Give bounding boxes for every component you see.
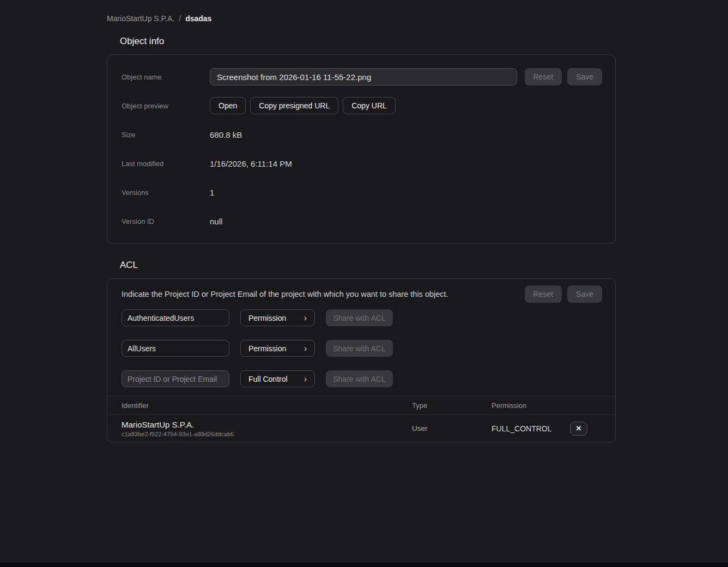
object-preview-row: Object preview Open Copy presigned URL C… bbox=[122, 97, 602, 114]
versions-value: 1 bbox=[210, 188, 214, 197]
permission-dropdown-all-users[interactable]: Permission › bbox=[240, 340, 315, 357]
object-info-heading: Object info bbox=[107, 36, 616, 47]
object-name-label: Object name bbox=[122, 73, 210, 81]
all-users-box: AllUsers bbox=[122, 340, 229, 357]
object-name-row: Object name Reset Save bbox=[122, 68, 602, 86]
chevron-right-icon: › bbox=[304, 344, 307, 353]
object-info-panel: Object name Reset Save Object preview Op… bbox=[107, 54, 616, 243]
column-header-type: Type bbox=[412, 401, 492, 410]
acl-save-button[interactable]: Save bbox=[567, 285, 602, 303]
acl-panel: Indicate the Project ID or Project Email… bbox=[107, 278, 616, 442]
grantee-permission: FULL_CONTROL bbox=[492, 424, 551, 433]
column-header-identifier: Identifier bbox=[122, 401, 412, 410]
remove-grantee-button[interactable]: ✕ bbox=[570, 422, 587, 436]
versions-row: Versions 1 bbox=[122, 184, 602, 201]
full-control-dropdown[interactable]: Full Control › bbox=[240, 370, 315, 387]
acl-heading: ACL bbox=[107, 260, 616, 271]
grantee-id: c1a83be2-f922-4764-93e1-a89d26ddcab6 bbox=[122, 431, 412, 437]
version-id-label: Version ID bbox=[122, 217, 210, 225]
permission-cell: FULL_CONTROL ✕ bbox=[492, 422, 615, 436]
object-info-save-button[interactable]: Save bbox=[567, 68, 602, 86]
acl-description: Indicate the Project ID or Project Email… bbox=[122, 290, 448, 298]
permission-dropdown-label: Permission bbox=[248, 314, 286, 322]
breadcrumb-root[interactable]: MarioStartUp S.P.A. bbox=[107, 14, 174, 23]
breadcrumb-current: dsadas bbox=[185, 14, 211, 23]
breadcrumb: MarioStartUp S.P.A. / dsadas bbox=[107, 0, 616, 23]
last-modified-label: Last modified bbox=[122, 160, 210, 168]
project-id-input[interactable] bbox=[122, 370, 229, 387]
grantee-type: User bbox=[412, 424, 492, 432]
chevron-right-icon: › bbox=[304, 314, 307, 322]
permission-dropdown-authenticated-users[interactable]: Permission › bbox=[240, 309, 315, 326]
size-value: 680.8 kB bbox=[210, 130, 242, 139]
acl-description-row: Indicate the Project ID or Project Email… bbox=[107, 279, 615, 296]
version-id-row: Version ID null bbox=[122, 212, 602, 230]
grantee-name: MarioStartUp S.P.A. bbox=[122, 420, 412, 429]
size-label: Size bbox=[122, 131, 210, 139]
acl-table-header: Identifier Type Permission bbox=[107, 396, 615, 415]
copy-url-button[interactable]: Copy URL bbox=[343, 97, 396, 114]
size-row: Size 680.8 kB bbox=[122, 126, 602, 143]
share-with-acl-button-all-users[interactable]: Share with ACL bbox=[326, 340, 393, 357]
acl-table-row: MarioStartUp S.P.A. c1a83be2-f922-4764-9… bbox=[107, 415, 615, 442]
open-button[interactable]: Open bbox=[210, 97, 246, 114]
acl-reset-button[interactable]: Reset bbox=[525, 285, 562, 303]
versions-label: Versions bbox=[122, 188, 210, 197]
object-preview-label: Object preview bbox=[122, 102, 210, 110]
object-name-input[interactable] bbox=[210, 68, 517, 86]
breadcrumb-separator: / bbox=[179, 14, 181, 23]
column-header-permission: Permission bbox=[492, 401, 615, 410]
acl-share-row-all-users: AllUsers Permission › Share with ACL bbox=[122, 340, 602, 357]
close-icon: ✕ bbox=[576, 424, 582, 432]
acl-share-row-project: Full Control › Share with ACL bbox=[122, 370, 602, 387]
last-modified-value: 1/16/2026, 6:11:14 PM bbox=[210, 159, 292, 168]
identifier-cell: MarioStartUp S.P.A. c1a83be2-f922-4764-9… bbox=[122, 420, 412, 437]
share-with-acl-button-project[interactable]: Share with ACL bbox=[326, 370, 393, 387]
share-with-acl-button-authenticated-users[interactable]: Share with ACL bbox=[326, 309, 393, 326]
chevron-right-icon: › bbox=[304, 375, 307, 383]
last-modified-row: Last modified 1/16/2026, 6:11:14 PM bbox=[122, 155, 602, 172]
authenticated-users-box: AuthenticatedUsers bbox=[122, 309, 229, 326]
copy-presigned-url-button[interactable]: Copy presigned URL bbox=[250, 97, 338, 114]
bottom-bar bbox=[0, 563, 728, 567]
version-id-value: null bbox=[210, 217, 222, 226]
permission-dropdown-label: Permission bbox=[248, 344, 286, 353]
full-control-dropdown-label: Full Control bbox=[248, 375, 288, 383]
object-info-reset-button[interactable]: Reset bbox=[525, 68, 562, 86]
page-content: MarioStartUp S.P.A. / dsadas Object info… bbox=[107, 0, 616, 442]
acl-share-row-authenticated-users: AuthenticatedUsers Permission › Share wi… bbox=[122, 309, 602, 326]
